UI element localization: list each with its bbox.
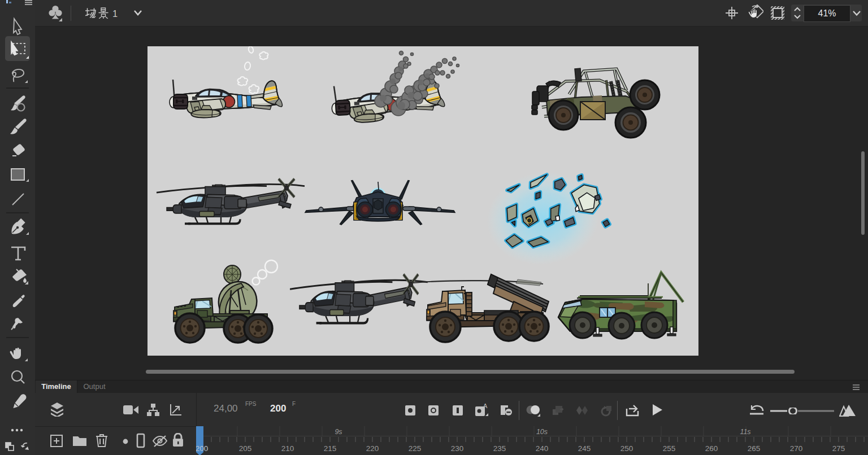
- svg-text:11s: 11s: [740, 428, 750, 436]
- svg-text:10s: 10s: [536, 428, 548, 436]
- svg-text:265: 265: [748, 444, 761, 453]
- svg-text:205: 205: [239, 444, 252, 453]
- svg-text:225: 225: [409, 444, 422, 453]
- svg-text:230: 230: [451, 444, 464, 453]
- svg-text:A: A: [483, 403, 488, 409]
- svg-text:215: 215: [324, 444, 337, 453]
- svg-text:210: 210: [281, 444, 294, 453]
- svg-text:255: 255: [663, 444, 676, 453]
- svg-text:220: 220: [366, 444, 379, 453]
- svg-text:9s: 9s: [335, 428, 342, 436]
- svg-text:235: 235: [493, 444, 506, 453]
- svg-text:250: 250: [620, 444, 633, 453]
- svg-text:245: 245: [578, 444, 591, 453]
- svg-text:240: 240: [536, 444, 549, 453]
- svg-text:270: 270: [790, 444, 803, 453]
- svg-text:1: 1: [112, 8, 118, 19]
- svg-text:275: 275: [832, 444, 845, 453]
- svg-text:260: 260: [705, 444, 718, 453]
- svg-text:200: 200: [196, 444, 208, 453]
